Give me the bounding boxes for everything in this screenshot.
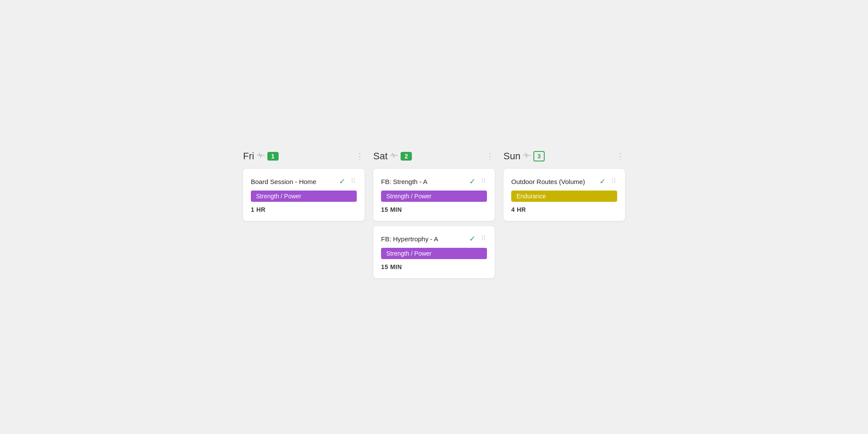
svg-point-23 xyxy=(614,181,615,182)
day-label: Sat xyxy=(373,151,388,162)
drag-icon[interactable] xyxy=(350,177,357,186)
check-icon: ✓ xyxy=(469,177,476,186)
svg-point-11 xyxy=(484,181,485,182)
svg-point-20 xyxy=(612,180,613,181)
svg-point-22 xyxy=(612,181,613,182)
workout-card-header: Outdoor Routes (Volume)✓ xyxy=(511,177,617,186)
day-badge: 3 xyxy=(533,151,545,161)
svg-point-12 xyxy=(482,235,483,236)
svg-point-4 xyxy=(352,181,352,182)
more-options-icon[interactable]: ⋮ xyxy=(355,151,365,161)
svg-point-21 xyxy=(614,180,615,181)
svg-point-14 xyxy=(482,237,483,238)
category-badge: Strength / Power xyxy=(381,248,487,259)
svg-point-10 xyxy=(482,181,483,182)
category-badge: Strength / Power xyxy=(381,191,487,202)
svg-point-0 xyxy=(352,178,352,179)
svg-point-3 xyxy=(354,180,355,181)
day-header-fri: Fri 1⋮ xyxy=(243,151,365,162)
workout-card[interactable]: Outdoor Routes (Volume)✓ Endurance4 HR xyxy=(503,169,625,221)
day-label: Fri xyxy=(243,151,254,162)
workout-card[interactable]: FB: Hypertrophy - A✓ Strength / Power15 … xyxy=(373,226,495,278)
pulse-icon xyxy=(257,152,265,160)
svg-point-18 xyxy=(612,178,613,179)
drag-icon[interactable] xyxy=(480,234,487,243)
day-column-sat: Sat 2⋮FB: Strength - A✓ Strength / Power… xyxy=(369,151,499,283)
workout-card[interactable]: Board Session - Home✓ Strength / Power1 … xyxy=(243,169,365,221)
svg-point-8 xyxy=(482,180,483,181)
svg-point-19 xyxy=(614,178,615,179)
svg-point-13 xyxy=(484,235,485,236)
workout-card-header: FB: Strength - A✓ xyxy=(381,177,487,186)
svg-point-15 xyxy=(484,237,485,238)
svg-point-1 xyxy=(354,178,355,179)
day-header-sat: Sat 2⋮ xyxy=(373,151,495,162)
workout-card[interactable]: FB: Strength - A✓ Strength / Power15 MIN xyxy=(373,169,495,221)
svg-point-5 xyxy=(354,181,355,182)
drag-icon[interactable] xyxy=(480,177,487,186)
calendar-container: Fri 1⋮Board Session - Home✓ Strength / P… xyxy=(239,151,629,283)
workout-title: FB: Hypertrophy - A xyxy=(381,235,469,243)
more-options-icon[interactable]: ⋮ xyxy=(486,151,495,161)
day-badge: 2 xyxy=(401,152,412,161)
workout-title: Board Session - Home xyxy=(251,178,339,185)
svg-point-9 xyxy=(484,180,485,181)
day-badge: 1 xyxy=(267,152,279,161)
duration-label: 15 MIN xyxy=(381,206,487,213)
svg-point-17 xyxy=(484,239,485,240)
day-column-fri: Fri 1⋮Board Session - Home✓ Strength / P… xyxy=(239,151,369,283)
drag-icon[interactable] xyxy=(610,177,617,186)
day-label: Sun xyxy=(503,151,520,162)
check-icon: ✓ xyxy=(469,234,476,243)
pulse-icon xyxy=(390,152,398,160)
more-options-icon[interactable]: ⋮ xyxy=(616,151,625,161)
svg-point-6 xyxy=(482,178,483,179)
duration-label: 4 HR xyxy=(511,206,617,213)
category-badge: Endurance xyxy=(511,191,617,202)
check-icon: ✓ xyxy=(599,177,606,186)
day-header-sun: Sun 3⋮ xyxy=(503,151,625,162)
workout-title: FB: Strength - A xyxy=(381,178,469,185)
svg-point-2 xyxy=(352,180,352,181)
duration-label: 15 MIN xyxy=(381,263,487,270)
day-column-sun: Sun 3⋮Outdoor Routes (Volume)✓ Endurance… xyxy=(499,151,629,283)
workout-title: Outdoor Routes (Volume) xyxy=(511,178,599,185)
category-badge: Strength / Power xyxy=(251,191,357,202)
svg-point-16 xyxy=(482,239,483,240)
check-icon: ✓ xyxy=(339,177,345,186)
workout-card-header: FB: Hypertrophy - A✓ xyxy=(381,234,487,243)
pulse-icon xyxy=(523,152,531,160)
workout-card-header: Board Session - Home✓ xyxy=(251,177,357,186)
svg-point-7 xyxy=(484,178,485,179)
duration-label: 1 HR xyxy=(251,206,357,213)
